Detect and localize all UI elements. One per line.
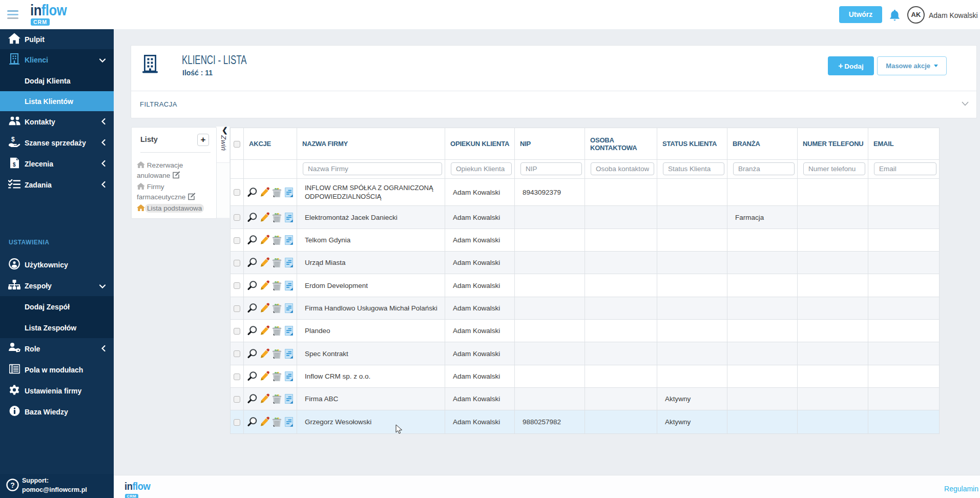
- svg-text:?: ?: [10, 481, 15, 489]
- svg-text:$: $: [11, 136, 15, 143]
- svg-text:$: $: [13, 161, 16, 167]
